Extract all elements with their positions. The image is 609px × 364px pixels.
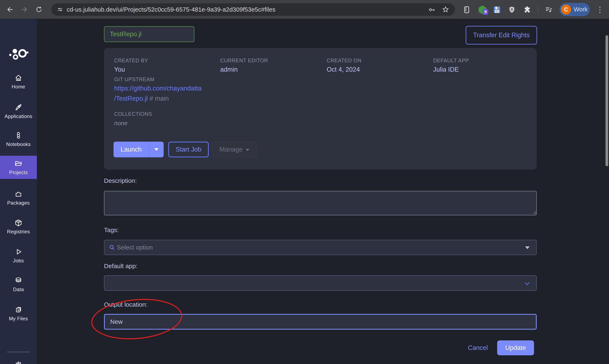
files-icon	[14, 306, 23, 314]
notebooks-icon	[14, 131, 23, 140]
chevron-down-icon	[523, 280, 531, 287]
output-location-label: Output location:	[104, 301, 147, 308]
description-label: Description:	[104, 177, 137, 184]
sidebar-divider	[7, 352, 30, 352]
sidebar-item-projects[interactable]: Projects	[0, 156, 37, 179]
juliahub-logo[interactable]	[0, 46, 37, 62]
sidebar-item-label: Jobs	[13, 258, 24, 264]
description-textarea[interactable]	[104, 191, 537, 215]
profile-name: Work	[573, 6, 588, 13]
play-icon	[14, 248, 23, 256]
sidebar-item-my-files[interactable]: My Files	[0, 303, 37, 324]
git-upstream-link-line2[interactable]: /TestRepo.jl # main	[114, 95, 169, 102]
current-editor-label: CURRENT EDITOR	[220, 58, 268, 64]
launch-dropdown-button[interactable]	[149, 142, 164, 157]
sidebar-item-applications[interactable]: Applications	[0, 100, 37, 122]
chevron-down-icon[interactable]	[525, 247, 530, 249]
git-upstream-label: GIT UPSTREAM	[114, 76, 154, 82]
sidebar-item-label: Home	[12, 84, 25, 90]
tags-label: Tags:	[104, 226, 119, 234]
sidebar-item-label: Applications	[5, 114, 32, 119]
created-by-value: You	[114, 66, 125, 73]
transfer-edit-rights-button[interactable]: Transfer Edit Rights	[466, 26, 537, 44]
chevron-down-icon	[246, 149, 249, 151]
home-icon	[14, 74, 23, 82]
sidebar-item-label: My Files	[9, 316, 28, 322]
project-info-card: CREATED BY You CURRENT EDITOR admin CREA…	[104, 48, 537, 169]
gear-icon	[14, 360, 23, 364]
ruler-extension-icon[interactable]	[462, 5, 471, 14]
sidebar-item-data[interactable]: Data	[0, 273, 37, 295]
url-bar[interactable]: cd-us.juliahub.dev/ui/Projects/52c0cc59-…	[51, 3, 455, 16]
sidebar: Home Applications Notebooks Projects	[0, 19, 37, 364]
collections-value: none	[114, 120, 128, 127]
scrollbar-thumb[interactable]	[606, 35, 608, 166]
chevron-down-icon	[154, 148, 159, 151]
created-on-label: CREATED ON	[327, 58, 361, 64]
sidebar-item-label: Projects	[9, 169, 28, 175]
default-app-label: DEFAULT APP	[433, 58, 469, 64]
created-on-value: Oct 4, 2024	[327, 66, 360, 73]
shield-extension-icon[interactable]	[507, 5, 516, 14]
update-button[interactable]: Update	[497, 340, 534, 355]
manage-button-label: Manage	[219, 146, 243, 153]
project-name-input[interactable]	[104, 26, 194, 42]
main-content: Transfer Edit Rights CREATED BY You CURR…	[37, 19, 609, 364]
extension-badge: 9	[483, 9, 488, 15]
refresh-icon[interactable]	[34, 5, 44, 14]
sidebar-item-label: Registries	[7, 229, 30, 234]
default-app-select[interactable]	[104, 275, 537, 291]
tags-input[interactable]	[117, 240, 510, 255]
database-icon	[14, 276, 23, 285]
sidebar-item-label: Notebooks	[6, 142, 31, 147]
launch-split-button: Launch	[114, 142, 164, 157]
rocket-icon	[14, 103, 23, 112]
browser-profile-button[interactable]: C Work	[559, 3, 590, 16]
sidebar-item-admin[interactable]: Admin	[0, 357, 37, 364]
sidebar-item-notebooks[interactable]: Notebooks	[0, 128, 37, 150]
url-text: cd-us.juliahub.dev/ui/Projects/52c0cc59-…	[67, 6, 276, 13]
manage-button[interactable]: Manage	[212, 142, 256, 157]
output-location-input[interactable]	[104, 314, 537, 330]
site-settings-icon[interactable]	[56, 6, 64, 13]
floppy-save-extension-icon[interactable]	[492, 5, 502, 14]
sidebar-item-registries[interactable]: Registries	[0, 216, 37, 237]
toolbar-divider	[538, 6, 538, 14]
folder-icon	[14, 159, 23, 168]
browser-menu-icon[interactable]: ⋮	[596, 4, 604, 15]
search-icon	[108, 244, 116, 251]
browser-toolbar: cd-us.juliahub.dev/ui/Projects/52c0cc59-…	[0, 0, 609, 19]
forward-icon[interactable]	[20, 5, 30, 14]
sidebar-item-label: Packages	[7, 200, 30, 206]
puzzle-icon	[14, 190, 23, 198]
default-app-value: Julia IDE	[433, 66, 459, 73]
sidebar-item-label: Data	[13, 286, 24, 292]
bookmark-star-icon[interactable]	[442, 6, 450, 13]
git-upstream-link-line1[interactable]: https://github.com/chayandatta	[114, 85, 201, 92]
extensions-puzzle-icon[interactable]	[522, 5, 532, 14]
media-controls-icon[interactable]	[544, 5, 554, 14]
launch-button[interactable]: Launch	[114, 142, 149, 157]
back-icon[interactable]	[5, 5, 14, 14]
current-editor-value: admin	[220, 66, 238, 73]
tags-select[interactable]	[104, 240, 537, 255]
sidebar-item-packages[interactable]: Packages	[0, 187, 37, 208]
collections-label: COLLECTIONS	[114, 111, 152, 117]
avatar: C	[561, 5, 571, 14]
package-box-icon	[14, 219, 23, 227]
created-by-label: CREATED BY	[114, 58, 148, 64]
start-job-button[interactable]: Start Job	[168, 142, 209, 157]
git-repo-path[interactable]: /TestRepo.jl	[114, 95, 148, 102]
password-key-icon[interactable]	[428, 6, 436, 14]
git-branch: # main	[150, 95, 169, 102]
hexagon-extension-icon[interactable]: 9	[478, 5, 487, 14]
cancel-button[interactable]: Cancel	[465, 342, 491, 354]
sidebar-item-home[interactable]: Home	[0, 71, 37, 92]
default-app-form-label: Default app:	[104, 262, 138, 270]
sidebar-item-jobs[interactable]: Jobs	[0, 245, 37, 266]
